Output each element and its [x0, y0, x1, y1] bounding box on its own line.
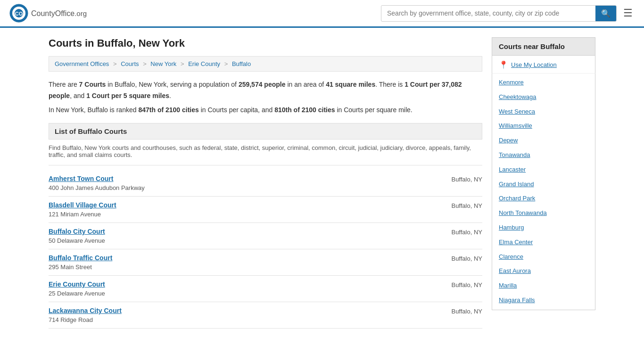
court-item: Lackawanna City Court 714 Ridge Road Buf… — [49, 302, 482, 329]
summary-section: There are 7 Courts in Buffalo, New York,… — [49, 79, 482, 115]
nearby-city-link[interactable]: Clarence — [492, 250, 595, 264]
court-city-state: Buffalo, NY — [451, 254, 482, 262]
site-header: CO CountyOffice.org 🔍 ☰ — [0, 0, 644, 28]
content-area: Courts in Buffalo, New York Government O… — [49, 37, 482, 329]
header-right: 🔍 ☰ — [381, 5, 635, 22]
nearby-cities-list: KenmoreCheektowagaWest SenecaWilliamsvil… — [492, 74, 595, 310]
court-item-left: Lackawanna City Court 714 Ridge Road — [49, 307, 122, 323]
list-description: Find Buffalo, New York courts and courth… — [49, 140, 482, 165]
logo-icon: CO — [9, 4, 28, 23]
breadcrumb-new-york[interactable]: New York — [150, 60, 176, 67]
court-item-left: Blasdell Village Court 121 Miriam Avenue — [49, 201, 116, 218]
sidebar: Courts near Buffalo 📍 Use My Location Ke… — [492, 37, 595, 329]
court-address: 295 Main Street — [49, 263, 92, 271]
nearby-city-link[interactable]: Hamburg — [492, 221, 595, 235]
nearby-city-link[interactable]: Grand Island — [492, 177, 595, 192]
court-city-state: Buffalo, NY — [451, 201, 482, 209]
summary-line2: In New York, Buffalo is ranked 847th of … — [49, 105, 482, 116]
court-address: 25 Delaware Avenue — [49, 290, 105, 297]
svg-text:CO: CO — [15, 11, 23, 16]
search-button[interactable]: 🔍 — [595, 6, 616, 21]
breadcrumb-erie-county[interactable]: Erie County — [188, 60, 220, 67]
court-item: Erie County Court 25 Delaware Avenue Buf… — [49, 276, 482, 302]
nearby-city-link[interactable]: Niagara Falls — [492, 293, 595, 308]
breadcrumb-buffalo[interactable]: Buffalo — [232, 60, 251, 67]
court-name-link[interactable]: Buffalo City Court — [49, 228, 105, 235]
court-item-left: Erie County Court 25 Delaware Avenue — [49, 280, 105, 297]
court-name-link[interactable]: Blasdell Village Court — [49, 201, 116, 209]
court-city-state: Buffalo, NY — [451, 307, 482, 315]
use-location-row: 📍 Use My Location — [492, 56, 595, 74]
court-name-link[interactable]: Amherst Town Court — [49, 175, 145, 182]
page-title: Courts in Buffalo, New York — [49, 37, 482, 49]
court-address: 400 John James Audubon Parkway — [49, 184, 145, 191]
court-list: Amherst Town Court 400 John James Audubo… — [49, 170, 482, 329]
court-item: Blasdell Village Court 121 Miriam Avenue… — [49, 197, 482, 223]
court-item-left: Buffalo Traffic Court 295 Main Street — [49, 254, 112, 271]
nearby-city-link[interactable]: Elma Center — [492, 235, 595, 250]
search-bar: 🔍 — [381, 5, 617, 22]
breadcrumb-courts[interactable]: Courts — [121, 60, 139, 67]
court-name-link[interactable]: Buffalo Traffic Court — [49, 254, 112, 262]
court-item-left: Buffalo City Court 50 Delaware Avenue — [49, 228, 105, 244]
court-address: 121 Miriam Avenue — [49, 211, 101, 218]
nearby-city-link[interactable]: Kenmore — [492, 75, 595, 90]
court-item-left: Amherst Town Court 400 John James Audubo… — [49, 175, 145, 191]
nearby-city-link[interactable]: North Tonawanda — [492, 206, 595, 221]
court-name-link[interactable]: Lackawanna City Court — [49, 307, 122, 314]
main-container: Courts in Buffalo, New York Government O… — [39, 28, 605, 329]
nearby-city-link[interactable]: Lancaster — [492, 163, 595, 177]
court-item: Buffalo City Court 50 Delaware Avenue Bu… — [49, 223, 482, 249]
court-city-state: Buffalo, NY — [451, 228, 482, 236]
logo-area: CO CountyOffice.org — [9, 4, 87, 23]
menu-button[interactable]: ☰ — [621, 5, 635, 21]
breadcrumb: Government Offices > Courts > New York >… — [49, 56, 482, 72]
nearby-city-link[interactable]: Orchard Park — [492, 191, 595, 206]
court-name-link[interactable]: Erie County Court — [49, 280, 105, 288]
use-my-location-link[interactable]: Use My Location — [511, 61, 557, 68]
nearby-city-link[interactable]: West Seneca — [492, 105, 595, 119]
breadcrumb-gov-offices[interactable]: Government Offices — [55, 60, 109, 67]
court-item: Amherst Town Court 400 John James Audubo… — [49, 170, 482, 197]
nearby-city-link[interactable]: Williamsville — [492, 119, 595, 133]
nearby-city-link[interactable]: Depew — [492, 133, 595, 148]
court-address: 714 Ridge Road — [49, 316, 93, 323]
nearby-city-link[interactable]: Tonawanda — [492, 148, 595, 163]
nearby-city-link[interactable]: Marilla — [492, 279, 595, 293]
court-city-state: Buffalo, NY — [451, 175, 482, 183]
list-header: List of Buffalo Courts — [49, 123, 482, 140]
logo-text: CountyOffice.org — [31, 8, 87, 18]
search-input[interactable] — [381, 6, 595, 20]
sidebar-title: Courts near Buffalo — [492, 37, 595, 56]
nearby-city-link[interactable]: East Aurora — [492, 264, 595, 279]
nearby-city-link[interactable]: Cheektowaga — [492, 90, 595, 105]
summary-line1: There are 7 Courts in Buffalo, New York,… — [49, 79, 482, 102]
court-city-state: Buffalo, NY — [451, 280, 482, 288]
court-address: 50 Delaware Avenue — [49, 237, 105, 244]
court-item: Buffalo Traffic Court 295 Main Street Bu… — [49, 249, 482, 276]
location-pin-icon: 📍 — [499, 60, 508, 69]
